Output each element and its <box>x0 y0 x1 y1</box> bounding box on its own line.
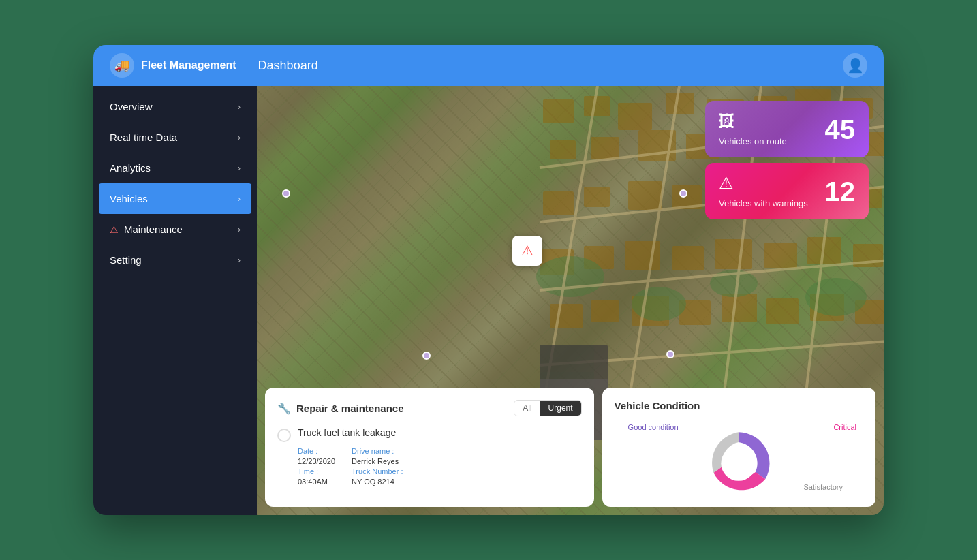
stats-cards: 🖼 Vehicles on route 45 ⚠ Vehicles with w… <box>705 101 869 219</box>
sidebar: Overview › Real time Data › Analytics › … <box>93 86 257 515</box>
marker-warning-icon: ⚠ <box>521 243 533 259</box>
stat-card-on-route: 🖼 Vehicles on route 45 <box>705 101 869 157</box>
svg-rect-4 <box>666 93 694 114</box>
warning-icon-maintenance: ⚠ <box>110 224 119 235</box>
date-value: 12/23/2020 <box>298 457 335 465</box>
sidebar-label-vehicles: Vehicles <box>110 193 148 204</box>
drive-label: Drive name : <box>352 447 403 455</box>
truck-label: Truck Number : <box>352 467 403 476</box>
sidebar-item-maintenance[interactable]: ⚠ Maintenance › <box>93 214 257 245</box>
map-content: ⚠ 🖼 Vehicles on route 45 ⚠ Vehicles with… <box>257 86 884 515</box>
condition-chart: Good condition Critical Satisfactory <box>615 420 863 495</box>
stat-card-warnings: ⚠ Vehicles with warnings 12 <box>705 163 869 219</box>
item-col-right: Drive name : Derrick Reyes Truck Number … <box>352 447 403 486</box>
app-window: 🚚 Fleet Management Dashboard 👤 Overview … <box>93 45 884 515</box>
header-logo: 🚚 Fleet Management <box>110 53 236 78</box>
maintenance-filters: All Urgent <box>514 400 581 416</box>
chevron-icon-analytics: › <box>238 163 241 173</box>
legend-critical: Critical <box>833 423 856 431</box>
app-name: Fleet Management <box>141 59 236 72</box>
route-icon: 🖼 <box>719 112 787 131</box>
map-dot-1 <box>282 189 290 198</box>
svg-rect-1 <box>543 99 574 123</box>
sidebar-item-analytics[interactable]: Analytics › <box>93 153 257 183</box>
condition-title: Vehicle Condition <box>615 400 863 411</box>
chevron-icon-overview: › <box>238 102 241 112</box>
condition-panel: Vehicle Condition <box>602 388 875 507</box>
filter-urgent-button[interactable]: Urgent <box>540 401 581 416</box>
sidebar-item-realtime[interactable]: Real time Data › <box>93 122 257 153</box>
time-value: 03:40AM <box>298 478 335 486</box>
stat-warnings-count: 12 <box>825 178 856 205</box>
drive-value: Derrick Reyes <box>352 457 403 465</box>
item-col-left: Date : 12/23/2020 Time : 03:40AM <box>298 447 335 486</box>
chevron-icon-realtime: › <box>238 132 241 142</box>
stat-warnings-label: Vehicles with warnings <box>719 198 808 208</box>
maintenance-panel-header: 🔧 Repair & maintenance All Urgent <box>277 400 582 416</box>
map-dot-3 <box>422 352 431 360</box>
item-details: Date : 12/23/2020 Time : 03:40AM Drive n… <box>298 447 403 486</box>
svg-point-47 <box>632 287 686 321</box>
maintenance-item: Truck fuel tank leakage Date : 12/23/202… <box>277 427 582 486</box>
chevron-icon-vehicles: › <box>238 193 241 204</box>
user-avatar[interactable]: 👤 <box>843 53 867 78</box>
sidebar-item-overview[interactable]: Overview › <box>93 91 257 122</box>
legend-satisfactory: Satisfactory <box>804 483 843 491</box>
item-title: Truck fuel tank leakage <box>298 427 403 441</box>
svg-rect-3 <box>618 103 652 130</box>
svg-rect-18 <box>543 191 574 215</box>
svg-rect-38 <box>591 300 619 322</box>
sidebar-label-realtime: Real time Data <box>110 131 177 143</box>
item-content: Truck fuel tank leakage Date : 12/23/202… <box>298 427 403 486</box>
warning-stat-icon: ⚠ <box>719 174 808 193</box>
svg-rect-42 <box>766 298 799 324</box>
maintenance-title-row: 🔧 Repair & maintenance <box>277 402 404 415</box>
svg-rect-33 <box>764 243 797 268</box>
sidebar-label-overview: Overview <box>110 101 153 112</box>
sidebar-label-setting: Setting <box>110 254 142 266</box>
donut-chart-svg <box>694 420 783 495</box>
stat-on-route-count: 45 <box>825 116 856 143</box>
maintenance-panel: 🔧 Repair & maintenance All Urgent Truck … <box>265 388 594 507</box>
logo-icon: 🚚 <box>110 53 134 78</box>
page-title: Dashboard <box>258 59 318 73</box>
sidebar-item-setting[interactable]: Setting › <box>93 245 257 275</box>
stat-warnings-left: ⚠ Vehicles with warnings <box>719 174 808 208</box>
filter-all-button[interactable]: All <box>514 401 540 416</box>
bottom-panels: 🔧 Repair & maintenance All Urgent Truck … <box>257 379 884 515</box>
item-status-circle <box>277 429 291 442</box>
svg-rect-10 <box>591 137 619 159</box>
header: 🚚 Fleet Management Dashboard 👤 <box>93 45 884 86</box>
date-label: Date : <box>298 447 335 455</box>
sidebar-label-maintenance: Maintenance <box>124 223 183 235</box>
sidebar-item-vehicles[interactable]: Vehicles › <box>99 183 251 214</box>
map-dot-2 <box>679 189 687 198</box>
main-layout: Overview › Real time Data › Analytics › … <box>93 86 884 515</box>
wrench-icon: 🔧 <box>277 402 291 415</box>
map-warning-marker[interactable]: ⚠ <box>512 236 542 266</box>
chevron-icon-setting: › <box>238 255 241 265</box>
maintenance-title: Repair & maintenance <box>296 403 404 414</box>
map-dot-4 <box>666 350 674 358</box>
svg-rect-19 <box>584 187 610 207</box>
legend-good: Good condition <box>628 423 679 431</box>
svg-rect-31 <box>672 246 704 270</box>
svg-rect-37 <box>550 304 583 328</box>
chevron-icon-maintenance: › <box>238 224 241 234</box>
svg-rect-9 <box>550 140 576 159</box>
stat-on-route-left: 🖼 Vehicles on route <box>719 112 787 146</box>
sidebar-label-analytics: Analytics <box>110 162 151 174</box>
stat-on-route-label: Vehicles on route <box>719 136 787 146</box>
svg-rect-32 <box>715 239 752 269</box>
svg-rect-20 <box>628 181 662 210</box>
svg-point-64 <box>722 446 756 481</box>
svg-rect-2 <box>584 96 610 116</box>
time-label: Time : <box>298 467 335 476</box>
truck-value: NY OQ 8214 <box>352 478 403 486</box>
svg-rect-41 <box>722 294 757 322</box>
